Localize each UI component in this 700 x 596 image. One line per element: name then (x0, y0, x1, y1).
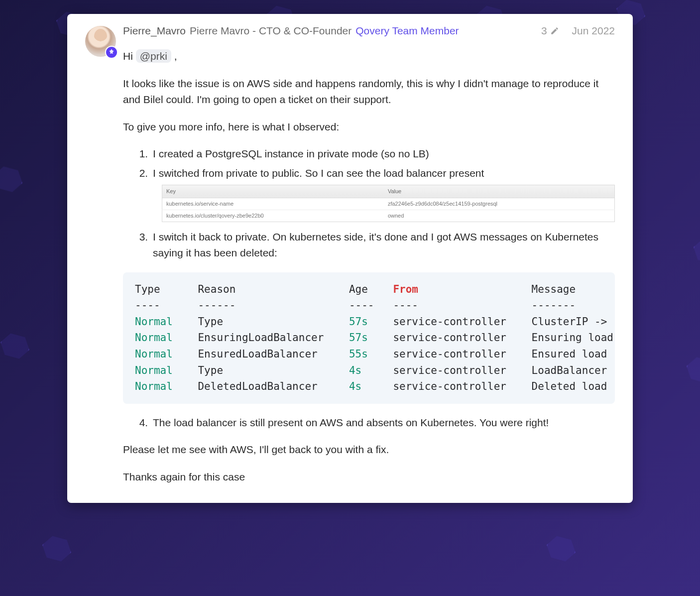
team-member-badge: Qovery Team Member (355, 24, 459, 37)
paragraph-intro: It looks like the issue is on AWS side a… (123, 76, 615, 108)
paragraph-info: To give you more info, here is what I ob… (123, 119, 615, 135)
table-row: kubernetes.io/service-namezfa2246e5-z9d6… (162, 198, 615, 210)
greeting-line: Hi @prki , (123, 48, 615, 65)
observation-list: I created a PostgreSQL instance in priva… (123, 146, 615, 261)
post-body: Hi @prki , It looks like the issue is on… (123, 48, 615, 485)
post-date[interactable]: Jun 2022 (572, 24, 615, 37)
paragraph-followup: Please let me see with AWS, I'll get bac… (123, 442, 615, 458)
table-header-value: Value (384, 185, 615, 198)
author-username[interactable]: Pierre_Mavro (123, 24, 186, 37)
kv-screenshot: Key Value kubernetes.io/service-namezfa2… (162, 185, 615, 222)
edit-indicator[interactable]: 3 (541, 24, 559, 37)
list-item: I switch it back to private. On kubernet… (151, 229, 615, 261)
post-content: Pierre_Mavro Pierre Mavro - CTO & CO-Fou… (123, 24, 615, 485)
edit-count: 3 (541, 24, 547, 37)
user-mention[interactable]: @prki (136, 49, 171, 63)
avatar-column (85, 24, 117, 485)
forum-post-card: Pierre_Mavro Pierre Mavro - CTO & CO-Fou… (67, 14, 633, 503)
author-title: Pierre Mavro - CTO & CO-Founder (190, 24, 351, 37)
paragraph-thanks: Thanks again for this case (123, 469, 615, 485)
list-item: The load balancer is still present on AW… (151, 415, 615, 431)
list-item: I switched from private to public. So I … (151, 165, 615, 222)
list-item: I created a PostgreSQL instance in priva… (151, 146, 615, 162)
table-row: kubernetes.io/cluster/qovery-zbe9e22b0ow… (162, 210, 615, 222)
pencil-icon (550, 26, 559, 35)
kv-tbody: kubernetes.io/service-namezfa2246e5-z9d6… (162, 198, 615, 222)
avatar-badge-icon (105, 46, 118, 59)
observation-list-continued: The load balancer is still present on AW… (123, 415, 615, 431)
kubernetes-events-codeblock: Type Reason Age From Message ---- ------… (123, 272, 615, 404)
aws-tags-table: Key Value kubernetes.io/service-namezfa2… (162, 185, 615, 222)
post-header: Pierre_Mavro Pierre Mavro - CTO & CO-Fou… (123, 24, 615, 37)
author-avatar[interactable] (85, 26, 116, 57)
table-header-key: Key (162, 185, 384, 198)
